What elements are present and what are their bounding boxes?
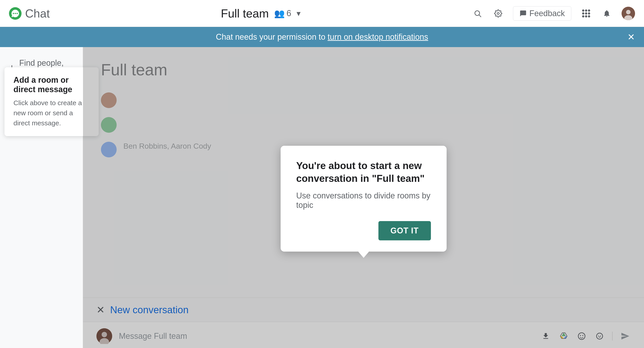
- svg-point-1: [13, 13, 14, 14]
- notifications-icon[interactable]: [601, 8, 612, 19]
- search-icon[interactable]: [472, 8, 484, 19]
- sidebar: + Find people, rooms, bots Add a room or…: [0, 47, 83, 348]
- chat-logo-icon: [9, 7, 22, 20]
- member-icon: 👥: [274, 8, 285, 18]
- modal-overlay: You're about to start a new conversation…: [83, 47, 644, 348]
- room-title: Full team: [221, 7, 269, 20]
- chevron-down-icon[interactable]: ▾: [296, 9, 300, 18]
- header: Chat Full team 👥 6 ▾ Feedback: [0, 0, 644, 27]
- header-center: Full team 👥 6 ▾: [50, 7, 472, 20]
- member-count-value: 6: [286, 8, 291, 18]
- banner-link[interactable]: turn on desktop notifications: [328, 32, 428, 41]
- feedback-button[interactable]: Feedback: [513, 6, 571, 21]
- dialog-actions: GOT IT: [296, 221, 431, 240]
- notification-banner: Chat needs your permission to turn on de…: [0, 27, 644, 47]
- svg-point-7: [626, 10, 630, 14]
- apps-icon[interactable]: [580, 8, 592, 19]
- svg-point-2: [14, 13, 16, 14]
- banner-close-icon[interactable]: ✕: [628, 32, 635, 42]
- feedback-label: Feedback: [530, 9, 565, 18]
- banner-text: Chat needs your permission to turn on de…: [216, 32, 428, 42]
- main-layout: + Find people, rooms, bots Add a room or…: [0, 47, 644, 348]
- tooltip-body: Click above to create a new room or send…: [14, 98, 90, 128]
- avatar[interactable]: [622, 7, 635, 20]
- got-it-button[interactable]: GOT IT: [378, 221, 431, 240]
- logo-container: Chat: [9, 7, 50, 20]
- tooltip-title: Add a room or direct message: [14, 75, 90, 94]
- banner-text-before: Chat needs your permission to: [216, 32, 328, 41]
- main-content: You're about to start a new conversation…: [83, 47, 644, 348]
- dialog-title: You're about to start a new conversation…: [296, 159, 431, 185]
- member-count: 👥 6: [274, 8, 291, 18]
- svg-point-3: [16, 13, 18, 14]
- settings-icon[interactable]: [492, 8, 504, 19]
- dialog: You're about to start a new conversation…: [280, 146, 446, 252]
- svg-line-5: [479, 15, 481, 16]
- header-actions: Feedback: [472, 6, 635, 21]
- dialog-body: Use conversations to divide rooms by top…: [296, 191, 431, 210]
- logo-text: Chat: [25, 7, 50, 20]
